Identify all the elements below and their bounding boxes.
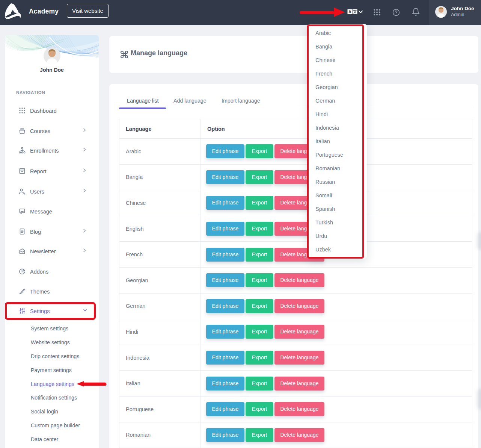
svg-text:A: A [348,9,351,14]
